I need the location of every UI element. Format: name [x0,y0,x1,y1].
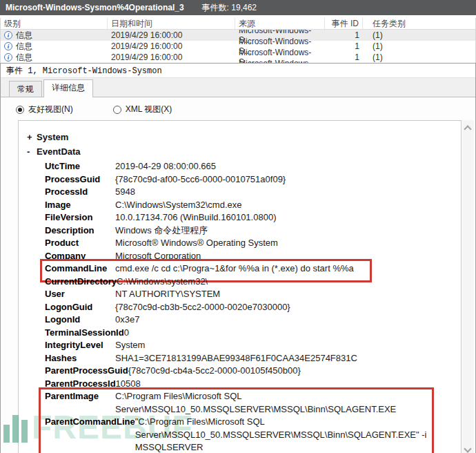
cell-event-id: 1 [325,30,363,41]
cell-task-category-text: (1) [373,52,383,62]
details-tab-panel: 友好视图(N) XML 视图(X) FREEBUF + System - Eve… [1,97,475,453]
field-name: Product [45,237,115,250]
cell-datetime: 2019/4/29 16:00:00 [108,41,235,52]
field-value: C:\Windows\system32\ [117,276,427,289]
log-file-name: Microsoft-Windows-Sysmon%4Operational_3 [6,3,184,12]
field-value: Microsoft Corporation [115,250,426,263]
field-name: ParentImage [45,390,115,416]
field-name: ParentProcessGuid [45,365,128,378]
window-title-bar: Microsoft-Windows-Sysmon%4Operational_3 … [0,0,476,15]
field-name: ProcessId [45,186,115,199]
field-value: 2019-04-29 08:00:00.665 [115,160,426,173]
cell-task-category: (1) [363,30,475,41]
vertical-scrollbar[interactable] [462,120,474,453]
field-row-utctime: UtcTime2019-04-29 08:00:00.665 [27,160,461,173]
collapse-minus-icon[interactable]: - [27,144,37,159]
cell-datetime-text: 2019/4/29 16:00:00 [111,41,182,51]
field-name: Description [45,224,115,238]
cell-task-category-text: (1) [373,41,383,51]
tree-node-eventdata[interactable]: - EventData [27,144,461,159]
column-header-level[interactable]: 级别 [1,18,108,29]
column-header-task-category[interactable]: 任务类别 [363,18,475,29]
event-detail-section: 事件 1, Microsoft-Windows-Sysmon 常规 详细信息 友… [0,63,476,453]
field-name: User [45,288,115,301]
radio-friendly-view-label: 友好视图(N) [28,104,73,115]
field-value: 10.0.17134.706 (WinBuild.160101.0800) [115,211,426,224]
field-row-fileversion: FileVersion10.0.17134.706 (WinBuild.1601… [27,211,461,224]
field-value: C:\Program Files\Microsoft SQL Server\MS… [115,390,426,416]
column-header-datetime[interactable]: 日期和时间 [108,18,235,29]
field-row-product: ProductMicrosoft® Windows® Operating Sys… [27,237,461,250]
eventdata-fields: UtcTime2019-04-29 08:00:00.665ProcessGui… [27,160,461,453]
column-header-event-id[interactable]: 事件 ID [325,18,363,29]
info-level-icon: i [4,53,12,61]
scroll-up-icon[interactable] [464,125,471,133]
field-row-parentprocessguid: ParentProcessGuid{78c70c9d-cb4a-5cc2-000… [27,365,461,378]
friendly-view-content: FREEBUF + System - EventData UtcTime2019… [18,120,462,453]
field-row-currentdirectory: CurrentDirectoryC:\Windows\system32\ [27,276,461,289]
cell-datetime-text: 2019/4/29 16:00:00 [111,52,182,62]
field-value: 0x3e7 [115,314,426,327]
cell-event-id-text: 1 [355,41,359,51]
cell-event-id-text: 1 [355,30,359,40]
field-name: CommandLine [45,262,115,276]
table-row[interactable]: i信息2019/4/29 16:00:00Microsoft-Windows-S… [1,52,475,63]
field-name: Company [45,250,115,263]
cell-level-text: 信息 [16,41,32,52]
radio-selected-icon[interactable] [16,106,24,114]
cell-level-text: 信息 [16,30,32,41]
cell-datetime: 2019/4/29 16:00:00 [108,52,235,63]
cell-level: i信息 [1,30,108,41]
field-value: SHA1=3CE71813199ABAE99348F61F0CAA34E2574… [115,352,426,365]
field-row-commandline: CommandLinecmd.exe /c cd c:\Progra~1&for… [27,262,461,276]
field-row-parentprocessid: ParentProcessId10508 [27,378,461,391]
column-header-source[interactable]: 来源 [235,18,325,29]
event-list-table: 级别 日期和时间 来源 事件 ID 任务类别 i信息2019/4/29 16:0… [0,18,476,66]
table-row[interactable]: i信息2019/4/29 16:00:00Microsoft-Windows-S… [1,30,475,41]
field-name: LogonId [45,314,115,327]
tree-node-system[interactable]: + System [27,130,461,144]
cell-event-id: 1 [325,52,363,63]
field-row-user: UserNT AUTHORITY\SYSTEM [27,288,461,301]
field-name: LogonGuid [45,301,115,314]
table-body: i信息2019/4/29 16:00:00Microsoft-Windows-S… [1,30,475,66]
field-value: {78c70c9d-af00-5cc6-0000-0010751a0f09} [115,173,426,186]
view-mode-radio-group: 友好视图(N) XML 视图(X) [1,97,475,115]
cell-task-category-text: (1) [373,30,383,40]
field-row-processid: ProcessId5948 [27,186,461,199]
field-value: Windows 命令处理程序 [115,224,426,238]
field-value: NT AUTHORITY\SYSTEM [115,288,426,301]
field-name: ProcessGuid [45,173,115,186]
radio-unselected-icon[interactable] [113,106,121,114]
field-value: Microsoft® Windows® Operating System [115,237,426,250]
field-row-logonid: LogonId0x3e7 [27,314,461,327]
field-value: cmd.exe /c cd c:\Progra~1&for %%a in (*.… [115,262,426,276]
cell-level: i信息 [1,41,108,52]
field-name: ParentCommandLine [45,416,135,453]
field-row-image: ImageC:\Windows\System32\cmd.exe [27,199,461,212]
tab-general[interactable]: 常规 [9,81,42,97]
cell-task-category: (1) [363,52,475,63]
field-name: Image [45,199,115,212]
info-level-icon: i [4,31,12,39]
table-row[interactable]: i信息2019/4/29 16:00:00Microsoft-Windows-S… [1,41,475,52]
field-value: {78c70c9d-cb3b-5cc2-0000-0020e7030000} [115,301,426,314]
tab-details[interactable]: 详细信息 [43,79,93,97]
tab-strip: 常规 详细信息 [1,78,475,97]
cell-event-id-text: 1 [355,52,359,62]
expand-plus-icon[interactable]: + [27,130,37,144]
field-value: 10508 [116,378,426,391]
field-value: System [115,339,426,352]
scroll-down-icon[interactable] [464,445,471,452]
radio-xml-view[interactable]: XML 视图(X) [113,104,172,115]
field-row-processguid: ProcessGuid{78c70c9d-af00-5cc6-0000-0010… [27,173,461,186]
cell-datetime-text: 2019/4/29 16:00:00 [111,30,182,40]
field-row-logonguid: LogonGuid{78c70c9d-cb3b-5cc2-0000-0020e7… [27,301,461,314]
field-name: Hashes [45,352,115,365]
field-value: {78c70c9d-cb4a-5cc2-0000-00105f450b00} [128,365,439,378]
cell-level-text: 信息 [16,52,32,64]
radio-friendly-view[interactable]: 友好视图(N) [16,104,73,115]
field-row-terminalsessionid: TerminalSessionId0 [27,327,461,340]
tree-node-system-label: System [37,130,68,144]
field-row-hashes: HashesSHA1=3CE71813199ABAE99348F61F0CAA3… [27,352,461,365]
